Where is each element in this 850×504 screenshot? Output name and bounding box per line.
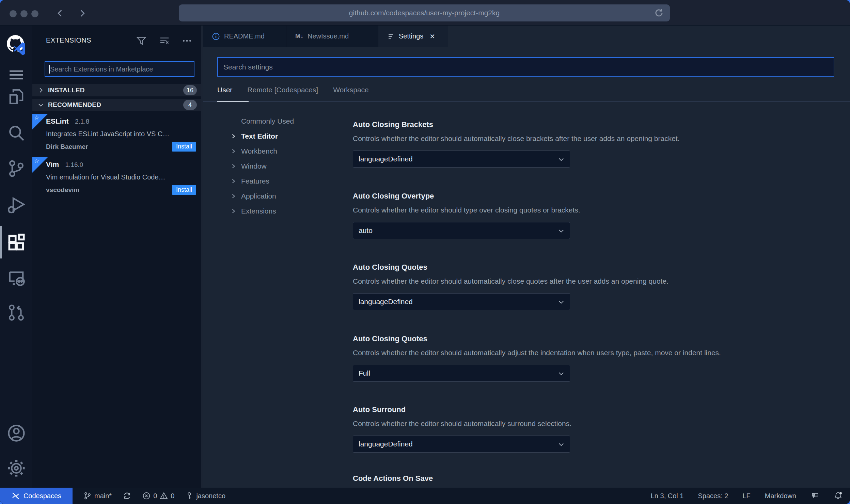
setting-dropdown[interactable]: languageDefined xyxy=(353,151,570,168)
account-icon[interactable] xyxy=(0,423,32,443)
settings-scope-tabs: User Remote [Codespaces] Workspace xyxy=(217,86,369,94)
markdown-icon: M↓ xyxy=(295,33,303,40)
filter-icon[interactable] xyxy=(136,36,146,46)
settings-editor: User Remote [Codespaces] Workspace Commo… xyxy=(203,47,850,488)
setting-title: Auto Closing Brackets xyxy=(353,120,840,129)
branch-indicator[interactable]: main* xyxy=(83,492,112,500)
extensions-icon[interactable] xyxy=(0,233,32,253)
explorer-icon[interactable] xyxy=(0,87,32,107)
editor-area: README.md M↓ NewIssue.md Settings ✕ xyxy=(203,26,850,488)
chevron-right-icon xyxy=(231,177,236,185)
toc-window[interactable]: Window xyxy=(203,159,349,174)
remote-explorer-icon[interactable] xyxy=(0,268,32,287)
scope-tab-workspace[interactable]: Workspace xyxy=(333,86,369,94)
indentation-indicator[interactable]: Spaces: 2 xyxy=(698,492,728,500)
scope-tab-user[interactable]: User xyxy=(217,86,232,94)
remote-icon xyxy=(11,491,20,500)
star-icon: ☆ xyxy=(34,157,39,164)
section-installed[interactable]: INSTALLED 16 xyxy=(32,84,201,96)
setting-dropdown[interactable]: languageDefined xyxy=(353,436,570,453)
bell-icon xyxy=(834,491,843,500)
tab-readme[interactable]: README.md xyxy=(203,26,286,47)
setting-description: Controls whether the editor should autom… xyxy=(353,135,680,143)
url-text: github.com/codespaces/user-my-project-mg… xyxy=(349,9,500,17)
chevron-down-icon xyxy=(557,441,565,448)
recommended-count-badge: 4 xyxy=(183,100,197,110)
search-icon[interactable] xyxy=(0,124,32,143)
toc-features[interactable]: Features xyxy=(203,174,349,189)
desktop: github.com/codespaces/user-my-project-mg… xyxy=(0,0,850,504)
sync-button[interactable] xyxy=(123,491,131,500)
more-actions-icon[interactable] xyxy=(182,36,192,46)
toc-extensions[interactable]: Extensions xyxy=(203,204,349,219)
problems-indicator[interactable]: 0 0 xyxy=(142,492,174,500)
window-zoom-button[interactable] xyxy=(31,10,38,17)
chevron-down-icon xyxy=(37,101,45,109)
settings-gear-icon[interactable] xyxy=(0,459,32,478)
forward-icon[interactable] xyxy=(78,9,86,18)
clear-list-icon[interactable] xyxy=(159,36,170,46)
extension-publisher: Dirk Baeumer xyxy=(46,143,88,151)
pull-request-icon[interactable] xyxy=(0,303,32,322)
notifications-button[interactable] xyxy=(834,491,843,500)
back-icon[interactable] xyxy=(56,9,65,18)
setting-dropdown[interactable]: Full xyxy=(353,365,570,382)
setting-dropdown[interactable]: auto xyxy=(353,222,570,239)
extensions-search-input[interactable] xyxy=(45,62,194,76)
tab-label: NewIssue.md xyxy=(308,32,349,40)
tab-label: README.md xyxy=(224,32,265,40)
toc-workbench[interactable]: Workbench xyxy=(203,144,349,159)
dropdown-value: languageDefined xyxy=(359,155,413,163)
setting-dropdown[interactable]: languageDefined xyxy=(353,293,570,310)
reload-icon[interactable] xyxy=(654,8,664,18)
setting-description: Controls whether the editor should autom… xyxy=(353,420,571,428)
scope-divider xyxy=(203,101,850,102)
vscode-workbench: EXTENSIONS INSTALLED 16 RECOMMENDED xyxy=(0,26,850,488)
user-indicator[interactable]: jasonetco xyxy=(185,492,225,500)
url-bar[interactable]: github.com/codespaces/user-my-project-mg… xyxy=(179,4,670,21)
chevron-down-icon xyxy=(557,298,565,306)
source-control-icon[interactable] xyxy=(0,159,32,178)
active-scope-underline xyxy=(217,101,249,102)
settings-search-input[interactable] xyxy=(218,58,834,76)
run-debug-icon[interactable] xyxy=(0,195,32,215)
codespaces-label: Codespaces xyxy=(23,492,61,500)
extension-description: Vim emulation for Visual Studio Code… xyxy=(46,173,192,181)
close-tab-icon[interactable]: ✕ xyxy=(429,32,435,41)
section-recommended[interactable]: RECOMMENDED 4 xyxy=(32,99,201,111)
setting-title: Auto Surround xyxy=(353,405,840,414)
install-button[interactable]: Install xyxy=(172,185,196,195)
chevron-down-icon xyxy=(557,156,565,163)
setting-code-actions-on-save: Code Actions On Save xyxy=(353,474,840,483)
settings-list-icon xyxy=(387,33,395,40)
extension-item-eslint[interactable]: ☆ ESLint 2.1.8 Integrates ESLint JavaScr… xyxy=(32,114,201,155)
toc-application[interactable]: Application xyxy=(203,189,349,204)
warning-count: 0 xyxy=(171,492,174,500)
extension-item-vim[interactable]: ☆ Vim 1.16.0 Vim emulation for Visual St… xyxy=(32,157,201,199)
tab-newissue[interactable]: M↓ NewIssue.md xyxy=(286,26,378,47)
star-icon: ☆ xyxy=(34,114,39,121)
toc-text-editor[interactable]: Text Editor xyxy=(203,129,349,144)
cursor-position[interactable]: Ln 3, Col 1 xyxy=(651,492,684,500)
dropdown-value: languageDefined xyxy=(359,298,413,306)
extension-publisher: vscodevim xyxy=(46,186,79,194)
chevron-right-icon xyxy=(231,147,236,155)
extension-name: Vim xyxy=(46,160,59,168)
scope-tab-remote[interactable]: Remote [Codespaces] xyxy=(247,86,318,94)
settings-search[interactable] xyxy=(217,57,834,77)
feedback-button[interactable] xyxy=(810,491,819,500)
codespaces-remote-button[interactable]: Codespaces xyxy=(0,488,73,504)
extensions-search[interactable] xyxy=(45,61,194,77)
setting-auto-closing-brackets: Auto Closing Brackets Controls whether t… xyxy=(353,120,840,129)
menu-icon[interactable] xyxy=(0,69,32,81)
window-close-button[interactable] xyxy=(10,10,17,17)
window-minimize-button[interactable] xyxy=(20,10,28,17)
toc-commonly-used[interactable]: Commonly Used xyxy=(203,114,349,129)
install-button[interactable]: Install xyxy=(172,142,196,152)
installed-count-badge: 16 xyxy=(183,85,197,95)
tab-settings[interactable]: Settings ✕ xyxy=(378,26,448,47)
tab-label: Settings xyxy=(399,32,423,40)
language-mode[interactable]: Markdown xyxy=(765,492,796,500)
eol-indicator[interactable]: LF xyxy=(742,492,750,500)
dropdown-value: languageDefined xyxy=(359,440,413,448)
